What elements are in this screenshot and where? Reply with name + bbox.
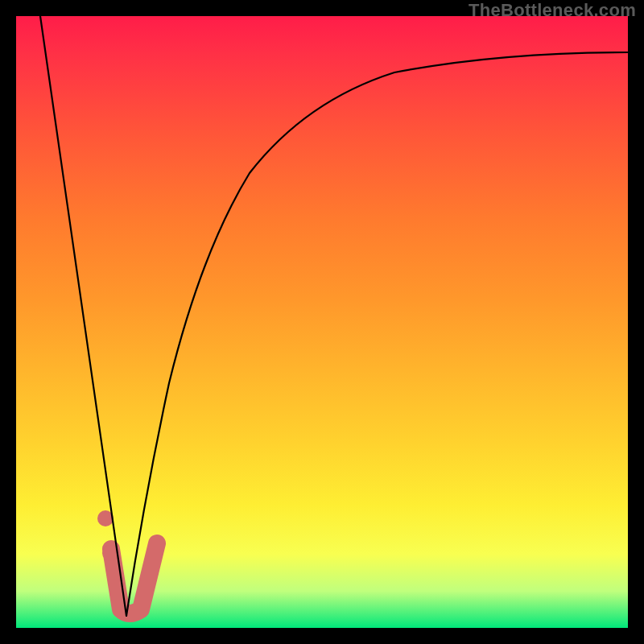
curve-left-line — [40, 16, 126, 616]
chart-svg — [16, 16, 628, 628]
curve-right-arc — [126, 52, 628, 616]
chart-frame: TheBottleneck.com — [0, 0, 644, 644]
